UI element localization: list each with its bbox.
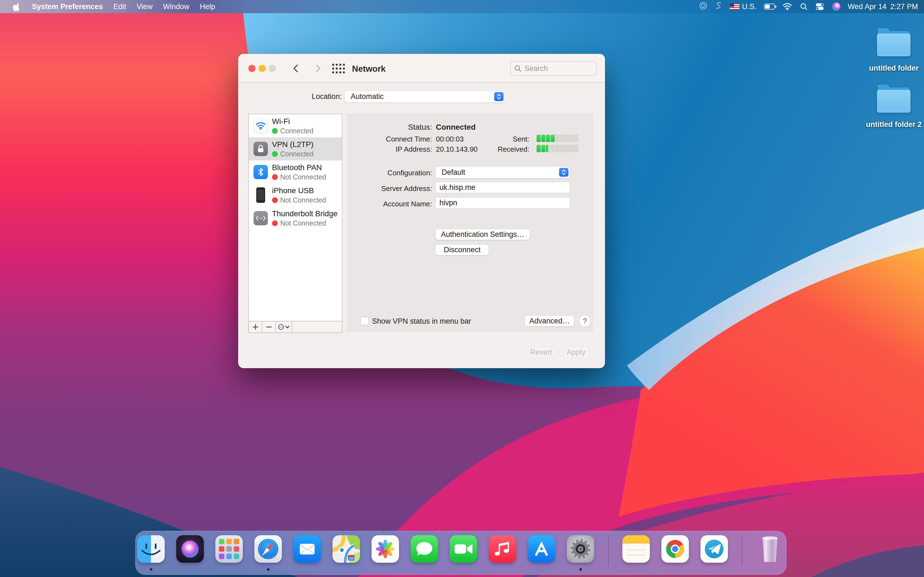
service-row-vpn[interactable]: VPN (L2TP) Connected: [249, 137, 342, 160]
vpn-app-menu-icon[interactable]: [699, 2, 708, 12]
dock-messages-icon[interactable]: [410, 535, 438, 563]
spotlight-icon[interactable]: [800, 2, 808, 11]
service-row-wifi[interactable]: Wi-Fi Connected: [249, 114, 342, 137]
siri-menu-icon[interactable]: [832, 2, 840, 11]
desktop-folder-2[interactable]: untitled folder 2: [877, 85, 911, 113]
menu-window[interactable]: Window: [163, 2, 189, 11]
dock-notes-icon[interactable]: [622, 535, 650, 563]
safari-running-indicator: [267, 568, 270, 571]
input-source-menu[interactable]: U.S.: [730, 2, 756, 11]
bluetooth-service-icon: [254, 165, 268, 179]
service-actions-button[interactable]: [276, 321, 292, 332]
dock-divider: [608, 535, 609, 566]
dock-photos-icon[interactable]: [372, 535, 399, 563]
revert-button[interactable]: Revert: [525, 347, 557, 358]
sent-label: Sent:: [474, 135, 529, 143]
dock-facetime-icon[interactable]: [450, 535, 477, 563]
dock-finder-icon[interactable]: [137, 535, 165, 563]
services-sidebar: Wi-Fi Connected VPN (L2TP) Connected Blu…: [248, 114, 342, 333]
input-source-label: U.S.: [742, 2, 756, 11]
status-value: Connected: [436, 123, 476, 132]
service-name: Thunderbolt Bridge: [272, 210, 338, 218]
detail-pane: Status: Connected Connect Time: 00:00:03…: [347, 114, 593, 332]
back-button[interactable]: [291, 63, 302, 74]
service-name: Bluetooth PAN: [272, 163, 326, 172]
add-service-button[interactable]: [249, 321, 262, 332]
battery-icon[interactable]: [764, 3, 775, 10]
dock-music-icon[interactable]: [489, 535, 516, 563]
thunderbolt-service-icon: [254, 211, 268, 225]
minimize-button[interactable]: [258, 65, 266, 72]
location-dropdown[interactable]: Automatic: [344, 90, 505, 103]
location-label: Location:: [273, 92, 342, 101]
wifi-service-icon: [254, 119, 268, 133]
sidebar-toolbar: [248, 321, 342, 333]
dock-appstore-icon[interactable]: [528, 535, 555, 563]
dock-launchpad-icon[interactable]: [215, 535, 243, 563]
dock-safari-icon[interactable]: [254, 535, 282, 563]
search-field[interactable]: Search: [510, 61, 597, 76]
folder-label: untitled folder: [869, 64, 919, 73]
advanced-button[interactable]: Advanced…: [525, 316, 575, 327]
service-name: Wi-Fi: [272, 117, 313, 126]
help-button[interactable]: ?: [579, 315, 591, 327]
account-name-field[interactable]: hivpn: [435, 197, 570, 208]
menu-edit[interactable]: Edit: [113, 2, 126, 11]
zoom-button[interactable]: [269, 65, 276, 72]
iphone-service-icon: [254, 188, 268, 202]
desktop-folder-1[interactable]: untitled folder: [877, 29, 911, 56]
dock-trash-icon[interactable]: [756, 535, 783, 563]
service-name: VPN (L2TP): [272, 140, 313, 149]
dock-siri-icon[interactable]: [176, 535, 204, 563]
service-status: Not Connected: [280, 196, 326, 204]
menu-view[interactable]: View: [137, 2, 153, 11]
menu-help[interactable]: Help: [200, 2, 215, 11]
remove-service-button[interactable]: [262, 321, 276, 332]
status-dot-red: [272, 220, 278, 226]
status-dot-red: [272, 174, 278, 180]
ip-address-label: IP Address:: [349, 145, 432, 153]
connect-time-value: 00:00:03: [436, 135, 464, 143]
received-label: Received:: [474, 145, 529, 153]
status-dot-red: [272, 197, 278, 203]
service-status: Not Connected: [280, 219, 326, 227]
account-name-value: hivpn: [439, 199, 457, 207]
service-status: Not Connected: [280, 173, 326, 181]
show-vpn-status-checkbox[interactable]: [360, 317, 369, 325]
control-center-icon[interactable]: [816, 3, 825, 10]
disconnect-button[interactable]: Disconnect: [435, 244, 489, 256]
tunnel-app-menu-icon[interactable]: [715, 2, 722, 12]
dock-mail-icon[interactable]: [293, 535, 321, 563]
service-row-iphone-usb[interactable]: iPhone USB Not Connected: [249, 184, 342, 206]
configuration-value: Default: [442, 168, 465, 177]
dock-system-preferences-icon[interactable]: [567, 535, 594, 563]
dock-maps-icon[interactable]: 280: [333, 535, 360, 563]
service-row-thunderbolt[interactable]: Thunderbolt Bridge Not Connected: [249, 206, 342, 230]
show-all-grid-icon[interactable]: [332, 64, 345, 75]
stepper-icon: [494, 92, 504, 101]
menu-clock[interactable]: Wed Apr 14 2:27 PM: [848, 2, 918, 11]
account-name-label: Account Name:: [349, 200, 432, 208]
service-row-bluetooth[interactable]: Bluetooth PAN Not Connected: [249, 160, 342, 184]
forward-button[interactable]: [312, 63, 323, 74]
service-status: Connected: [280, 150, 313, 158]
svg-text:280: 280: [349, 557, 354, 561]
folder-icon: [877, 85, 911, 113]
menu-app-name[interactable]: System Preferences: [32, 2, 103, 11]
configuration-dropdown[interactable]: Default: [435, 166, 570, 178]
apple-menu-icon[interactable]: [13, 2, 21, 11]
status-dot-green: [272, 128, 278, 134]
wifi-menu-icon[interactable]: [782, 2, 792, 11]
search-placeholder: Search: [524, 64, 548, 73]
dock: 280: [135, 531, 787, 575]
server-address-field[interactable]: uk.hisp.me: [435, 182, 570, 193]
dock-telegram-icon[interactable]: [700, 535, 728, 563]
close-button[interactable]: [248, 65, 255, 72]
status-label: Status:: [349, 123, 432, 132]
window-titlebar: Network Search: [238, 54, 605, 83]
apply-button[interactable]: Apply: [564, 347, 588, 358]
search-icon: [514, 64, 522, 72]
authentication-settings-button[interactable]: Authentication Settings…: [435, 229, 530, 240]
dock-chrome-icon[interactable]: [661, 535, 689, 563]
server-address-value: uk.hisp.me: [439, 183, 475, 192]
